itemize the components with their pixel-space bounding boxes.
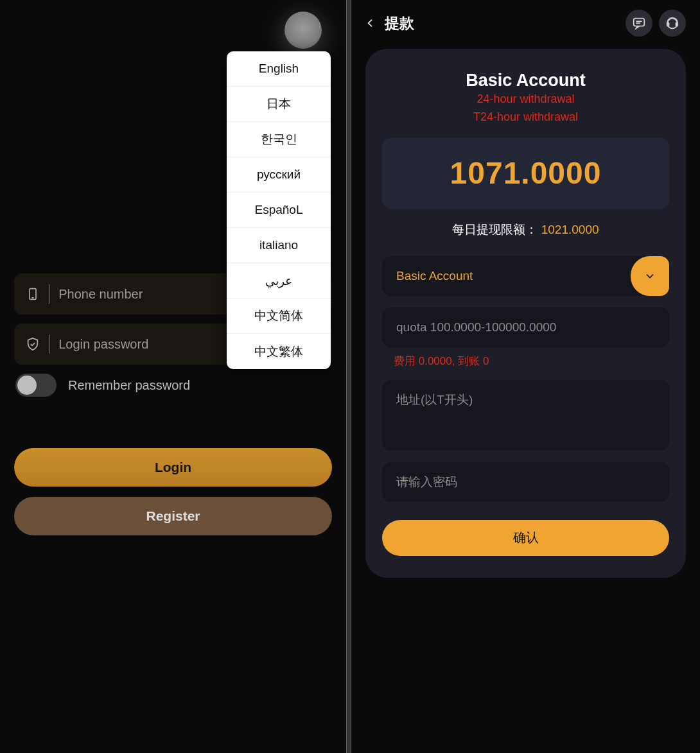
withdraw-note: 24-hour withdrawal: [382, 91, 669, 108]
quota-field: [382, 307, 669, 347]
svg-rect-7: [676, 22, 678, 26]
language-option[interactable]: 日本: [227, 87, 331, 122]
account-title: Basic Account: [382, 71, 669, 91]
address-field: [382, 380, 669, 451]
withdraw-password-field: [382, 462, 669, 502]
language-option[interactable]: 中文繁体: [227, 334, 331, 369]
shield-icon: [24, 336, 41, 352]
language-option[interactable]: русский: [227, 157, 331, 193]
back-icon[interactable]: [365, 17, 378, 30]
daily-limit-value: 1021.0000: [541, 223, 599, 236]
account-select-label: Basic Account: [396, 269, 631, 283]
svg-rect-6: [667, 22, 669, 26]
confirm-button[interactable]: 确认: [382, 520, 669, 556]
balance-value: 1071.0000: [450, 155, 602, 191]
withdraw-screen: 提款 Basic Account 24-hour withdrawal T24-…: [351, 0, 700, 753]
language-option[interactable]: italiano: [227, 228, 331, 263]
support-icon[interactable]: [659, 10, 686, 37]
quota-input[interactable]: [396, 320, 655, 334]
language-avatar[interactable]: [284, 12, 322, 49]
language-option[interactable]: 中文简体: [227, 299, 331, 334]
fee-line: 费用 0.0000, 到账 0: [394, 354, 669, 368]
account-select[interactable]: Basic Account: [382, 256, 669, 296]
phone-icon: [24, 286, 41, 302]
login-button[interactable]: Login: [14, 448, 332, 487]
language-menu: English 日本 한국인 русский EspañoL italiano …: [227, 51, 331, 369]
withdraw-password-input[interactable]: [396, 475, 655, 489]
chevron-down-icon: [631, 256, 669, 296]
svg-rect-2: [634, 19, 645, 26]
remember-toggle[interactable]: [15, 374, 57, 397]
address-input[interactable]: [396, 393, 655, 407]
language-option[interactable]: English: [227, 51, 331, 87]
withdraw-card: Basic Account 24-hour withdrawal T24-hou…: [365, 49, 686, 578]
daily-limit-label: 每日提现限额：: [452, 223, 538, 236]
remember-label: Remember password: [68, 378, 190, 393]
language-option[interactable]: عربي: [227, 263, 331, 299]
page-title: 提款: [385, 13, 619, 33]
login-screen: English 日本 한국인 русский EspañoL italiano …: [0, 0, 347, 753]
balance-box: 1071.0000: [382, 138, 669, 209]
chat-icon[interactable]: [626, 10, 652, 37]
register-button[interactable]: Register: [14, 497, 332, 535]
language-option[interactable]: EspañoL: [227, 193, 331, 228]
withdraw-note: T24-hour withdrawal: [382, 108, 669, 126]
language-option[interactable]: 한국인: [227, 122, 331, 157]
